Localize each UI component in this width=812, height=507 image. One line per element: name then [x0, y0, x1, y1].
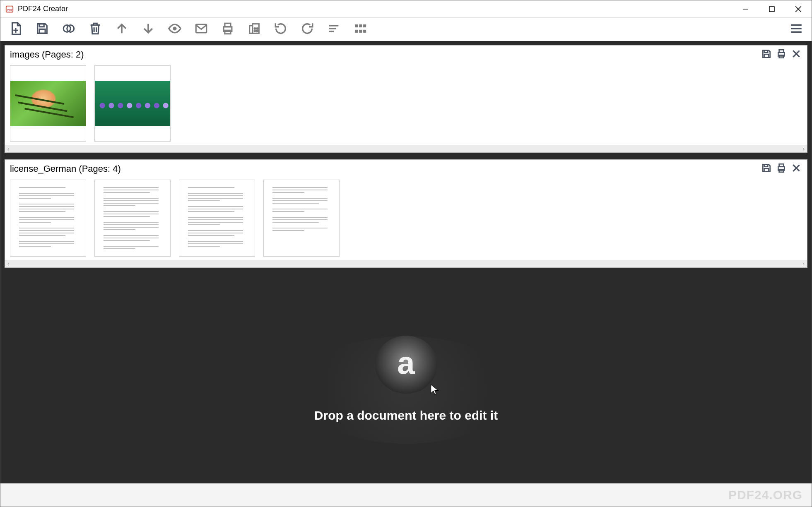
app-logo-icon: PDF: [5, 4, 14, 14]
doc-close-button[interactable]: [790, 48, 803, 61]
document-header: license_German (Pages: 4): [5, 160, 807, 176]
save-icon: [761, 163, 772, 175]
fax-button[interactable]: [246, 22, 262, 37]
horizontal-scrollbar[interactable]: ‹ ›: [5, 260, 807, 267]
new-file-icon: [9, 22, 23, 37]
save-icon: [761, 48, 772, 61]
svg-rect-47: [764, 168, 769, 172]
print-button[interactable]: [220, 22, 236, 37]
new-file-button[interactable]: [8, 22, 24, 37]
document-header: images (Pages: 2): [5, 46, 807, 62]
page-thumbnail[interactable]: [10, 180, 86, 257]
doc-save-button[interactable]: [760, 48, 773, 61]
close-button[interactable]: [785, 0, 812, 18]
save-button[interactable]: [34, 22, 50, 37]
app-window: PDF PDF24 Creator: [0, 0, 812, 507]
close-icon: [791, 48, 802, 61]
move-up-icon: [115, 22, 129, 37]
rotate-right-icon: [300, 22, 314, 37]
menu-button[interactable]: [788, 22, 804, 37]
delete-button[interactable]: [87, 22, 103, 37]
close-icon: [791, 163, 802, 175]
doc-print-button[interactable]: [775, 162, 788, 175]
print-icon: [776, 48, 787, 61]
svg-rect-19: [225, 23, 231, 27]
save-icon: [35, 22, 49, 37]
sort-button[interactable]: [326, 22, 342, 37]
horizontal-scrollbar[interactable]: ‹ ›: [5, 145, 807, 152]
svg-rect-31: [359, 24, 362, 27]
svg-rect-42: [779, 50, 784, 53]
svg-rect-3: [769, 7, 774, 12]
window-controls: [732, 0, 812, 18]
scroll-right-icon[interactable]: ›: [803, 146, 805, 152]
svg-rect-35: [363, 30, 366, 33]
document-actions: [760, 48, 803, 61]
grid-icon: [353, 22, 367, 37]
workspace: images (Pages: 2) ‹: [0, 41, 812, 483]
preview-button[interactable]: [167, 22, 183, 37]
print-icon: [776, 163, 787, 175]
svg-rect-30: [355, 24, 358, 27]
print-icon: [221, 22, 235, 37]
svg-point-23: [254, 28, 255, 29]
email-icon: [194, 22, 208, 37]
window-title: PDF24 Creator: [18, 5, 68, 13]
preview-icon: [168, 22, 182, 37]
svg-text:PDF: PDF: [7, 8, 13, 12]
document-panel[interactable]: license_German (Pages: 4): [5, 159, 807, 268]
svg-rect-34: [359, 30, 362, 33]
minimize-button[interactable]: [732, 0, 759, 18]
page-thumbnail[interactable]: [179, 180, 255, 257]
page-thumbnail[interactable]: [10, 65, 86, 142]
move-down-button[interactable]: [140, 22, 156, 37]
document-title: images (Pages: 2): [10, 49, 84, 60]
merge-icon: [62, 22, 76, 37]
merge-button[interactable]: [61, 22, 77, 37]
page-thumbnail[interactable]: [94, 180, 171, 257]
svg-point-26: [257, 30, 258, 31]
brand-link[interactable]: PDF24.ORG: [728, 488, 802, 502]
svg-point-24: [257, 28, 258, 29]
svg-rect-9: [39, 29, 45, 33]
sort-icon: [327, 22, 341, 37]
maximize-button[interactable]: [759, 0, 785, 18]
svg-rect-46: [764, 164, 768, 166]
scroll-right-icon[interactable]: ›: [803, 261, 805, 267]
thumbnail-row: [5, 62, 807, 145]
svg-rect-32: [363, 24, 366, 27]
drop-orb-icon: a: [375, 336, 437, 394]
rotate-left-button[interactable]: [273, 22, 289, 37]
fax-icon: [247, 22, 261, 37]
drop-text: Drop a document here to edit it: [314, 408, 498, 423]
svg-rect-8: [39, 24, 44, 27]
titlebar: PDF PDF24 Creator: [0, 0, 812, 18]
doc-close-button[interactable]: [790, 162, 803, 175]
scroll-left-icon[interactable]: ‹: [7, 261, 9, 267]
grid-button[interactable]: [352, 22, 368, 37]
document-title: license_German (Pages: 4): [10, 163, 121, 174]
svg-point-25: [254, 30, 255, 31]
doc-glyph-icon: a: [397, 345, 414, 381]
thumbnail-row: [5, 176, 807, 260]
move-up-button[interactable]: [114, 22, 130, 37]
doc-print-button[interactable]: [775, 48, 788, 61]
page-thumbnail[interactable]: [94, 65, 171, 142]
svg-rect-39: [764, 50, 768, 52]
svg-rect-33: [355, 30, 358, 33]
doc-save-button[interactable]: [760, 162, 773, 175]
move-down-icon: [141, 22, 155, 37]
scroll-left-icon[interactable]: ‹: [7, 146, 9, 152]
status-bar: PDF24.ORG: [0, 483, 812, 507]
delete-icon: [88, 22, 102, 37]
document-actions: [760, 162, 803, 175]
rotate-left-icon: [274, 22, 288, 37]
email-button[interactable]: [193, 22, 209, 37]
page-thumbnail[interactable]: [263, 180, 340, 257]
rotate-right-button[interactable]: [299, 22, 315, 37]
hamburger-icon: [789, 22, 803, 37]
svg-point-16: [173, 26, 176, 30]
svg-rect-49: [779, 164, 784, 167]
document-panel[interactable]: images (Pages: 2) ‹: [5, 45, 807, 153]
drop-zone[interactable]: a Drop a document here to edit it: [5, 274, 807, 483]
